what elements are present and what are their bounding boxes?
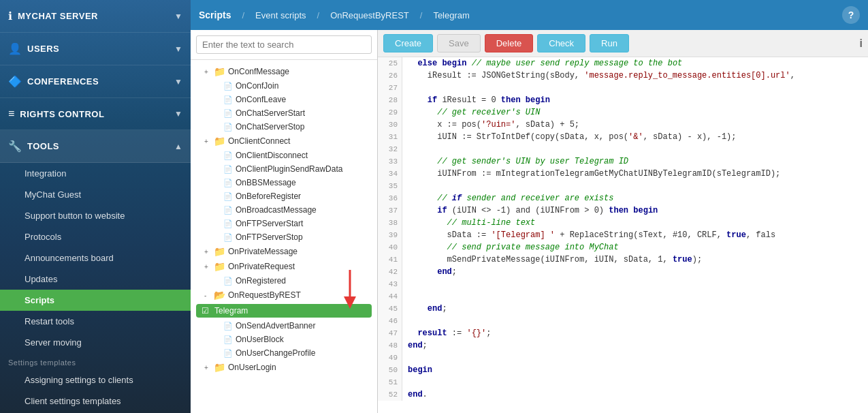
tree-item-OnUserBlock[interactable]: 📄 OnUserBlock — [191, 333, 377, 346]
help-button[interactable]: ? — [842, 6, 860, 24]
tools-chevron-icon: ▲ — [174, 142, 182, 151]
line-number: 35 — [378, 180, 402, 192]
code-line: 49 — [378, 352, 868, 364]
check-icon: ☑ — [202, 306, 209, 316]
expand-icon: + — [204, 68, 211, 76]
code-line: 33 // get sender's UIN by user Telegram … — [378, 155, 868, 168]
tree-item-OnClientConnect[interactable]: + 📁 OnClientConnect — [191, 134, 377, 149]
topbar: Scripts / Event scripts / OnRequestByRES… — [191, 0, 868, 30]
sidebar-item-server-moving[interactable]: Server moving — [0, 332, 191, 353]
file-icon: 📄 — [223, 349, 233, 358]
line-code — [402, 143, 408, 155]
line-number: 38 — [378, 217, 402, 229]
line-code: end; — [402, 303, 447, 315]
tree-label: OnChatServerStop — [236, 122, 304, 132]
code-line: 42 end; — [378, 266, 868, 278]
tree-label: OnBBSMessage — [236, 178, 296, 187]
on-request-label: OnRequestByREST — [330, 10, 409, 20]
tree-item-OnFTPServerStop[interactable]: 📄 OnFTPServerStop — [191, 230, 377, 244]
sidebar-item-tools[interactable]: 🔧 TOOLS ▲ — [0, 130, 191, 163]
tree-item-OnUserChangeProfile[interactable]: 📄 OnUserChangeProfile — [191, 346, 377, 360]
line-number: 46 — [378, 315, 402, 327]
expand-icon: + — [204, 138, 211, 145]
delete-button[interactable]: Delete — [485, 34, 534, 52]
tree-item-OnBroadcastMessage[interactable]: 📄 OnBroadcastMessage — [191, 203, 377, 217]
file-tree[interactable]: + 📁 OnConfMessage 📄 OnConfJoin 📄 OnConfL… — [191, 60, 377, 413]
tree-item-OnChatServerStart[interactable]: 📄 OnChatServerStart — [191, 106, 377, 120]
line-code: if (iUIN <> -1) and (iUINFrom > 0) then … — [402, 204, 658, 217]
line-code — [402, 180, 408, 192]
tree-item-OnBBSMessage[interactable]: 📄 OnBBSMessage — [191, 176, 377, 189]
content-area: + 📁 OnConfMessage 📄 OnConfJoin 📄 OnConfL… — [191, 30, 868, 413]
code-line: 39 sData := '[Telegram] ' + ReplaceStrin… — [378, 229, 868, 241]
line-number: 44 — [378, 290, 402, 303]
expand-icon: - — [204, 292, 211, 299]
code-editor[interactable]: 25 else begin // maybe user send reply m… — [378, 57, 868, 413]
sidebar-item-protocols[interactable]: Protocols — [0, 226, 191, 247]
sidebar-item-announcements[interactable]: Announcements board — [0, 247, 191, 269]
tree-item-OnConfJoin[interactable]: 📄 OnConfJoin — [191, 79, 377, 93]
app-chevron-icon: ▼ — [174, 12, 182, 21]
run-button[interactable]: Run — [590, 34, 629, 52]
file-icon: 📄 — [223, 165, 233, 174]
tree-item-OnConfLeave[interactable]: 📄 OnConfLeave — [191, 93, 377, 106]
code-line: 35 — [378, 180, 868, 192]
tree-label: Telegram — [214, 306, 248, 316]
line-number: 48 — [378, 339, 402, 352]
sidebar-item-assigning[interactable]: Assigning settings to clients — [0, 369, 191, 391]
sep2: / — [317, 10, 320, 20]
tree-item-OnPrivateRequest[interactable]: + 📁 OnPrivateRequest — [191, 259, 377, 274]
line-code: if iResult = 0 then begin — [402, 94, 550, 106]
sidebar-item-scripts[interactable]: Scripts — [0, 290, 191, 311]
tree-item-OnChatServerStop[interactable]: 📄 OnChatServerStop — [191, 120, 377, 134]
sidebar-item-restart[interactable]: Restart tools — [0, 311, 191, 332]
sidebar-item-client-templates[interactable]: Client settings templates — [0, 391, 191, 412]
sidebar-item-rights[interactable]: ≡ RIGHTS CONTROL ▼ — [0, 98, 191, 130]
tree-item-OnConfMessage[interactable]: + 📁 OnConfMessage — [191, 64, 377, 79]
current-label: Telegram — [433, 10, 469, 20]
tree-item-OnFTPServerStart[interactable]: 📄 OnFTPServerStart — [191, 217, 377, 230]
tree-item-OnClientPluginSendRawData[interactable]: 📄 OnClientPluginSendRawData — [191, 162, 377, 176]
sidebar-item-integration[interactable]: Integration — [0, 163, 191, 184]
users-icon: 👤 — [8, 42, 22, 55]
sidebar-item-support-button[interactable]: Support button to website — [0, 205, 191, 226]
app-header[interactable]: ℹ MYCHAT SERVER ▼ — [0, 0, 191, 33]
sidebar-item-updates[interactable]: Updates — [0, 269, 191, 290]
line-number: 26 — [378, 70, 402, 82]
line-number: 42 — [378, 266, 402, 278]
conferences-icon: 🔷 — [8, 75, 22, 88]
check-button[interactable]: Check — [537, 34, 585, 52]
line-number: 33 — [378, 155, 402, 168]
tools-subitems: Integration MyChat Guest Support button … — [0, 163, 191, 353]
line-number: 52 — [378, 388, 402, 401]
expand-icon: + — [204, 248, 211, 256]
sidebar-item-conferences[interactable]: 🔷 CONFERENCES ▼ — [0, 65, 191, 98]
sidebar-item-mychat-guest[interactable]: MyChat Guest — [0, 184, 191, 205]
line-code: else begin // maybe user send reply mess… — [402, 57, 682, 70]
file-icon: 📄 — [223, 277, 233, 286]
main-panel: Scripts / Event scripts / OnRequestByRES… — [191, 0, 868, 413]
line-number: 49 — [378, 352, 402, 364]
rights-label: RIGHTS CONTROL — [20, 109, 104, 119]
tree-item-OnBeforeRegister[interactable]: 📄 OnBeforeRegister — [191, 189, 377, 203]
code-line: 47 result := '{}'; — [378, 327, 868, 339]
create-button[interactable]: Create — [383, 34, 433, 52]
line-code — [402, 315, 408, 327]
sidebar-item-users[interactable]: 👤 USERS ▼ — [0, 33, 191, 65]
code-line: 37 if (iUIN <> -1) and (iUINFrom > 0) th… — [378, 204, 868, 217]
save-button[interactable]: Save — [437, 34, 481, 52]
line-code: // send private message into MyChat — [402, 241, 619, 254]
tree-item-OnClientDisconnect[interactable]: 📄 OnClientDisconnect — [191, 149, 377, 162]
tree-label: OnUserChangeProfile — [236, 348, 315, 358]
line-number: 34 — [378, 168, 402, 180]
tree-item-OnSendAdvertBanner[interactable]: 📄 OnSendAdvertBanner — [191, 319, 377, 333]
tree-item-OnUserLogin[interactable]: + 📁 OnUserLogin — [191, 360, 377, 375]
tree-item-OnPrivateMessage[interactable]: + 📁 OnPrivateMessage — [191, 244, 377, 259]
tree-item-OnRequestByREST[interactable]: - 📂 OnRequestByREST — [191, 288, 377, 303]
tree-item-OnRegistered[interactable]: 📄 OnRegistered — [191, 274, 377, 288]
search-input[interactable] — [196, 35, 372, 54]
line-code: end; — [402, 339, 428, 352]
line-number: 36 — [378, 192, 402, 204]
tree-item-Telegram[interactable]: ☑ Telegram — [196, 304, 372, 318]
line-number: 29 — [378, 106, 402, 119]
